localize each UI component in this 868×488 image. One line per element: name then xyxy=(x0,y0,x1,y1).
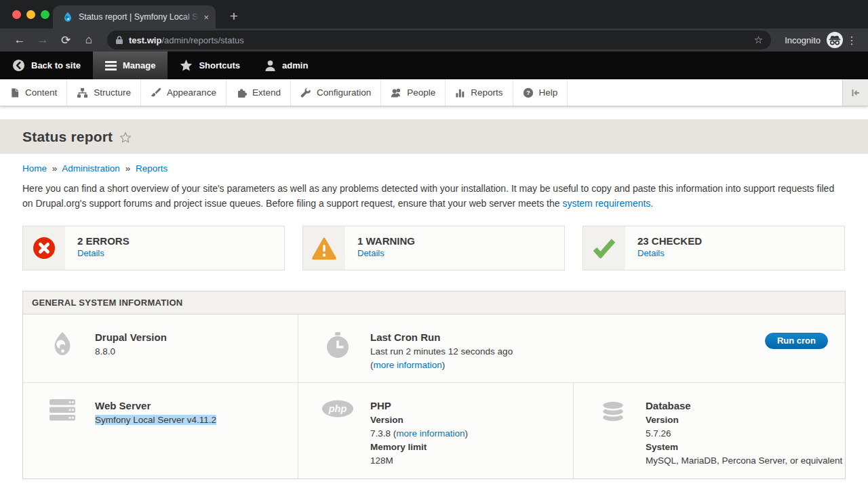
shortcuts-star-icon xyxy=(180,60,193,72)
php-version-value: 7.3.8 ( xyxy=(370,428,396,439)
menu-label: Reports xyxy=(471,87,502,98)
menu-item-extend[interactable]: Extend xyxy=(226,79,291,106)
breadcrumb-home-link[interactable]: Home xyxy=(22,163,47,174)
cron-status-text: Last run 2 minutes 12 seconds ago xyxy=(370,345,513,359)
back-to-site-link[interactable]: Back to site xyxy=(0,52,93,79)
sitemap-icon xyxy=(77,87,88,98)
menu-label: Appearance xyxy=(167,87,216,98)
checked-details-link[interactable]: Details xyxy=(637,248,665,258)
menu-item-content[interactable]: Content xyxy=(0,79,67,106)
breadcrumb-administration-link[interactable]: Administration xyxy=(62,163,120,174)
checked-count: 23 CHECKED xyxy=(637,235,702,247)
php-more-information-link[interactable]: more information xyxy=(396,428,465,439)
warnings-details-link[interactable]: Details xyxy=(357,248,384,258)
menu-item-reports[interactable]: Reports xyxy=(446,79,513,106)
cron-more-information-link[interactable]: more information xyxy=(374,360,442,370)
web-server-value-selected: Symfony Local Server v4.11.2 xyxy=(95,415,216,425)
warnings-card: 1 WARNING Details xyxy=(302,226,565,270)
tab-close-icon[interactable]: × xyxy=(203,12,209,22)
php-memory-label: Memory limit xyxy=(370,441,468,454)
drupal-admin-toolbar: Back to site Manage Shortcuts admin xyxy=(0,52,868,79)
menu-label: Content xyxy=(25,87,57,98)
menu-item-help[interactable]: ? Help xyxy=(513,79,568,106)
lock-icon xyxy=(115,35,123,45)
tab-title: Status report | Symfony Local Se xyxy=(79,12,199,22)
checked-card: 23 CHECKED Details xyxy=(583,226,845,270)
admin-user-label: admin xyxy=(282,60,308,70)
errors-count: 2 ERRORS xyxy=(77,235,130,247)
system-requirements-link[interactable]: system requirements. xyxy=(562,198,653,209)
reload-icon[interactable]: ⟳ xyxy=(54,33,77,47)
browser-tab-strip: Status report | Symfony Local Se × + xyxy=(0,0,868,28)
bookmark-star-icon[interactable]: ☆ xyxy=(754,34,763,46)
drupal-menu-bar: Content Structure Appearance Extend Conf… xyxy=(0,79,868,106)
user-icon xyxy=(264,60,276,72)
menu-item-people[interactable]: People xyxy=(381,79,446,106)
cron-more-info-line: (more information) xyxy=(370,359,513,372)
page-header: Status report xyxy=(0,119,868,154)
manage-label: Manage xyxy=(123,60,155,70)
back-icon[interactable]: ← xyxy=(8,33,31,47)
toolbar-orientation-toggle[interactable] xyxy=(842,79,868,106)
incognito-label: Incognito xyxy=(785,35,821,45)
main-content: Home » Administration » Reports Here you… xyxy=(0,163,868,479)
database-system-label: System xyxy=(646,441,842,454)
run-cron-button[interactable]: Run cron xyxy=(765,333,828,349)
shortcut-star-icon[interactable] xyxy=(119,131,132,144)
php-cell: php PHP Version 7.3.8 (more information)… xyxy=(298,383,573,479)
database-system-value: MySQL, MariaDB, Percona Server, or equiv… xyxy=(646,454,842,468)
forward-icon[interactable]: → xyxy=(31,33,54,47)
drupal-version-cell: Drupal Version 8.8.0 xyxy=(23,314,298,382)
web-server-title: Web Server xyxy=(95,399,216,412)
database-version-value: 5.7.26 xyxy=(646,427,842,441)
help-icon: ? xyxy=(523,87,534,98)
general-system-information-section: GENERAL SYSTEM INFORMATION Drupal Versio… xyxy=(22,291,846,479)
clock-icon xyxy=(324,331,351,359)
address-bar[interactable]: test.wip /admin/reports/status ☆ xyxy=(107,30,771,49)
window-close-button[interactable] xyxy=(12,10,21,19)
warnings-icon-column xyxy=(303,226,345,270)
back-to-site-label: Back to site xyxy=(31,60,81,70)
system-info-row-1: Drupal Version 8.8.0 Last Cron Run Last … xyxy=(23,314,845,382)
breadcrumb: Home » Administration » Reports xyxy=(22,163,846,174)
window-zoom-button[interactable] xyxy=(41,10,50,19)
server-icon xyxy=(49,399,76,421)
new-tab-button[interactable]: + xyxy=(224,7,244,27)
home-icon[interactable]: ⌂ xyxy=(77,33,100,47)
browser-menu-icon[interactable]: ⋮ xyxy=(844,34,860,47)
incognito-icon xyxy=(826,31,844,49)
errors-card: 2 ERRORS Details xyxy=(22,226,285,270)
shortcuts-tab[interactable]: Shortcuts xyxy=(167,52,252,79)
window-controls xyxy=(12,10,50,19)
checkmark-icon xyxy=(592,238,616,258)
breadcrumb-separator: » xyxy=(52,163,58,174)
browser-tab-active[interactable]: Status report | Symfony Local Se × xyxy=(53,5,216,28)
warning-icon xyxy=(312,237,336,260)
menu-label: Extend xyxy=(252,87,281,98)
svg-text:?: ? xyxy=(526,89,530,96)
php-title: PHP xyxy=(370,399,468,412)
menu-label: People xyxy=(407,87,435,98)
admin-user-menu[interactable]: admin xyxy=(252,52,320,79)
breadcrumb-reports-link[interactable]: Reports xyxy=(136,163,167,174)
shortcuts-label: Shortcuts xyxy=(199,60,240,70)
errors-details-link[interactable]: Details xyxy=(77,248,104,258)
checked-icon-column xyxy=(583,226,625,270)
paren: ) xyxy=(442,360,446,370)
menu-item-structure[interactable]: Structure xyxy=(67,79,141,106)
php-logo-text: php xyxy=(328,403,347,414)
drupal-version-value: 8.8.0 xyxy=(95,345,167,359)
drupal-version-title: Drupal Version xyxy=(95,331,167,344)
browser-toolbar: ← → ⟳ ⌂ test.wip /admin/reports/status ☆… xyxy=(0,28,868,52)
window-minimize-button[interactable] xyxy=(26,10,35,19)
menu-item-configuration[interactable]: Configuration xyxy=(291,79,381,106)
menu-item-appearance[interactable]: Appearance xyxy=(141,79,226,106)
manage-tab[interactable]: Manage xyxy=(93,52,167,79)
puzzle-icon xyxy=(236,87,247,98)
section-heading: GENERAL SYSTEM INFORMATION xyxy=(23,291,845,314)
last-cron-run-title: Last Cron Run xyxy=(370,331,513,344)
page-top-gap xyxy=(0,106,868,119)
drupal-favicon-icon xyxy=(62,12,73,22)
intro-paragraph: Here you can find a short overview of yo… xyxy=(22,182,846,211)
people-icon xyxy=(391,87,401,98)
